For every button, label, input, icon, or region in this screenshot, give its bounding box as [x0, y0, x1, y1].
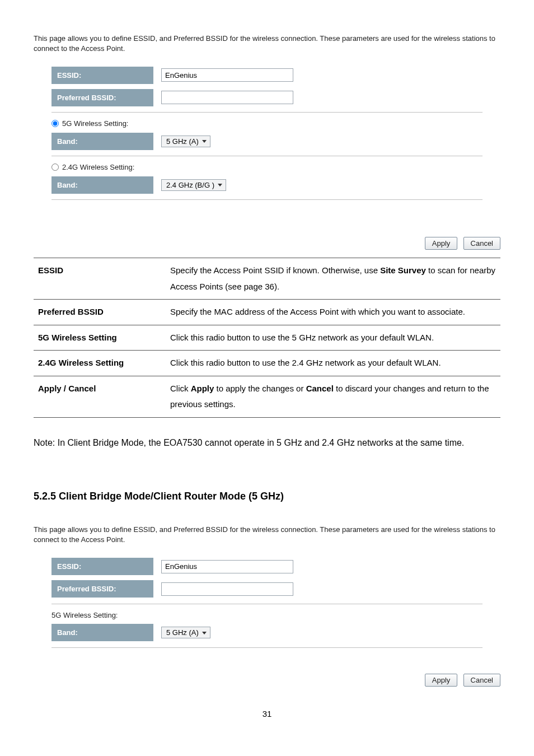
cancel-button[interactable]: Cancel: [463, 237, 500, 250]
def-desc: Click Apply to apply the changes or Canc…: [166, 376, 500, 417]
section-heading: 5.2.5 Client Bridge Mode/Client Router M…: [34, 491, 500, 502]
apply-button-2[interactable]: Apply: [425, 674, 458, 687]
page-number: 31: [34, 709, 500, 718]
note-text: Note: In Client Bridge Mode, the EOA7530…: [34, 435, 500, 451]
essid-label: ESSID:: [51, 67, 153, 84]
radio-5g-label: 5G Wireless Setting:: [62, 119, 129, 128]
preferred-bssid-input-2[interactable]: [161, 582, 293, 596]
radio-24g[interactable]: [51, 164, 59, 171]
def-desc: Specify the Access Point SSID if known. …: [166, 258, 500, 300]
radio-24g-label: 2.4G Wireless Setting:: [62, 163, 134, 171]
definitions-table: ESSID Specify the Access Point SSID if k…: [34, 258, 500, 418]
apply-button[interactable]: Apply: [425, 237, 458, 250]
divider: [51, 199, 483, 200]
essid-input-2[interactable]: [161, 560, 293, 573]
band-24g-label: Band:: [51, 176, 153, 194]
table-row: 5G Wireless Setting Click this radio but…: [34, 325, 500, 351]
def-term: 5G Wireless Setting: [34, 325, 166, 351]
preferred-bssid-label-2: Preferred BSSID:: [51, 580, 153, 598]
setting-5g-label: 5G Wireless Setting:: [51, 611, 118, 619]
band-5g-select[interactable]: 5 GHz (A): [161, 136, 210, 147]
table-row: Apply / Cancel Click Apply to apply the …: [34, 376, 500, 417]
preferred-bssid-input[interactable]: [161, 91, 293, 104]
def-term: Preferred BSSID: [34, 300, 166, 325]
band-5g-label: Band:: [51, 133, 153, 150]
band-select-2[interactable]: 5 GHz (A): [161, 627, 210, 638]
def-desc: Click this radio button to use the 2.4 G…: [166, 351, 500, 376]
preferred-bssid-label: Preferred BSSID:: [51, 89, 153, 106]
essid-input[interactable]: [161, 68, 293, 82]
band-label-2: Band:: [51, 624, 153, 641]
form-block-1: ESSID: Preferred BSSID: 5G Wireless Sett…: [34, 64, 500, 209]
divider: [51, 647, 483, 648]
divider: [51, 604, 483, 604]
table-row: ESSID Specify the Access Point SSID if k…: [34, 258, 500, 300]
table-row: Preferred BSSID Specify the MAC address …: [34, 300, 500, 325]
def-desc: Specify the MAC address of the Access Po…: [166, 300, 500, 325]
intro-text-1: This page allows you to define ESSID, an…: [34, 34, 500, 54]
def-term: 2.4G Wireless Setting: [34, 351, 166, 376]
divider: [51, 112, 483, 113]
def-term: ESSID: [34, 258, 166, 300]
intro-text-2: This page allows you to define ESSID, an…: [34, 525, 500, 545]
divider: [51, 156, 483, 156]
cancel-button-2[interactable]: Cancel: [463, 674, 500, 687]
band-24g-select[interactable]: 2.4 GHz (B/G ): [161, 179, 226, 191]
essid-label-2: ESSID:: [51, 558, 153, 575]
table-row: 2.4G Wireless Setting Click this radio b…: [34, 351, 500, 376]
form-block-2: ESSID: Preferred BSSID: 5G Wireless Sett…: [34, 556, 500, 657]
button-row-2: Apply Cancel: [34, 657, 500, 692]
def-term: Apply / Cancel: [34, 376, 166, 417]
def-desc: Click this radio button to use the 5 GHz…: [166, 325, 500, 351]
radio-5g[interactable]: [51, 120, 59, 127]
button-row-1: Apply Cancel: [34, 209, 500, 255]
